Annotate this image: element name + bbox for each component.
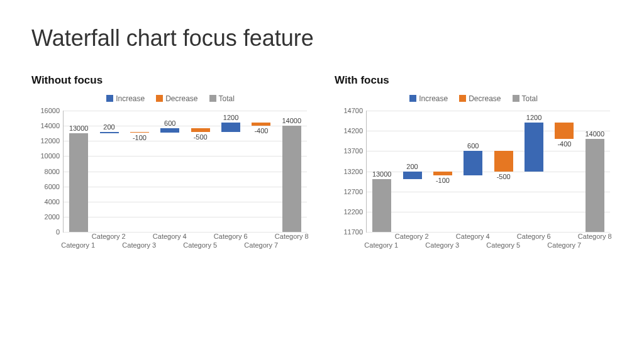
x-tick-label: Category 2 <box>395 233 429 240</box>
y-tick-label: 13200 <box>343 168 367 175</box>
bar-increase: 200 <box>100 132 119 133</box>
plot-area: 0200040006000800010000120001400016000130… <box>63 111 307 233</box>
y-tick-label: 16000 <box>40 107 64 114</box>
data-label: 13000 <box>69 124 89 133</box>
x-axis-labels: Category 1Category 2Category 3Category 4… <box>63 233 307 259</box>
legend-swatch-total <box>209 95 216 102</box>
x-tick-label: Category 2 <box>92 233 126 240</box>
y-tick-label: 8000 <box>45 168 64 175</box>
legend-label: Increase <box>419 94 448 103</box>
chart-without-focus: Without focus Increase Decrease Total 02… <box>31 74 309 259</box>
bar-decrease: -500 <box>494 151 513 171</box>
x-tick-label: Category 6 <box>214 233 248 240</box>
chart-with-focus: With focus Increase Decrease Total 11700… <box>335 74 613 259</box>
bar-decrease: -500 <box>191 128 210 132</box>
page-title: Waterfall chart focus feature <box>31 25 613 52</box>
x-tick-label: Category 8 <box>275 233 309 240</box>
legend-swatch-decrease <box>459 95 466 102</box>
data-label: -100 <box>133 133 147 141</box>
y-tick-label: 2000 <box>45 213 64 221</box>
x-tick-label: Category 5 <box>486 241 520 249</box>
legend: Increase Decrease Total <box>335 94 613 103</box>
y-tick-label: 10000 <box>40 152 64 160</box>
y-tick-label: 12000 <box>40 137 64 145</box>
grid-line <box>64 202 307 202</box>
grid-line <box>64 126 307 126</box>
chart-frame: 1170012200127001320013700142001470013000… <box>335 108 613 259</box>
grid-line <box>367 151 610 151</box>
legend-item-total: Total <box>513 94 538 103</box>
data-label: 600 <box>164 119 175 128</box>
bar-decrease: -100 <box>130 132 149 133</box>
data-label: 14000 <box>586 130 605 139</box>
grid-line <box>367 111 610 111</box>
bar-total: 14000 <box>586 139 604 232</box>
y-tick-label: 12200 <box>343 208 367 216</box>
bar-increase: 600 <box>464 151 482 175</box>
bar-total: 13000 <box>372 179 391 232</box>
y-tick-label: 12700 <box>343 188 367 195</box>
x-tick-label: Category 3 <box>425 241 459 249</box>
grid-line <box>64 111 307 111</box>
x-tick-label: Category 1 <box>364 241 398 249</box>
data-label: 1200 <box>526 114 541 123</box>
data-label: -500 <box>497 172 511 180</box>
chart-title: Without focus <box>31 74 309 87</box>
legend-label: Decrease <box>165 94 197 103</box>
x-tick-label: Category 8 <box>578 233 612 240</box>
legend-swatch-total <box>513 95 519 102</box>
y-tick-label: 6000 <box>45 183 64 190</box>
x-tick-label: Category 1 <box>61 241 95 249</box>
y-tick-label: 13700 <box>343 147 367 155</box>
y-tick-label: 11700 <box>343 228 367 236</box>
data-label: -400 <box>254 126 268 134</box>
y-tick-label: 14700 <box>343 107 367 114</box>
legend: Increase Decrease Total <box>31 94 309 103</box>
bar-increase: 200 <box>403 172 422 180</box>
data-label: 200 <box>406 163 418 172</box>
y-tick-label: 14200 <box>343 127 367 134</box>
bar-increase: 600 <box>160 128 179 133</box>
bar-total: 13000 <box>69 133 88 232</box>
grid-line <box>64 156 307 156</box>
data-label: 200 <box>103 123 114 132</box>
grid-line <box>64 217 307 217</box>
data-label: -100 <box>436 175 450 184</box>
bar-decrease: -100 <box>433 172 452 175</box>
y-tick-label: 4000 <box>45 198 64 206</box>
x-axis-labels: Category 1Category 2Category 3Category 4… <box>366 233 610 259</box>
x-tick-label: Category 4 <box>153 233 187 240</box>
bar-decrease: -400 <box>555 123 574 139</box>
x-tick-label: Category 7 <box>244 241 278 249</box>
legend-label: Decrease <box>469 94 501 103</box>
data-label: -400 <box>557 139 571 148</box>
grid-line <box>367 192 610 192</box>
legend-swatch-increase <box>106 95 113 102</box>
x-tick-label: Category 3 <box>122 241 156 249</box>
legend-swatch-increase <box>409 95 416 102</box>
data-label: 1200 <box>223 114 238 123</box>
grid-line <box>367 212 610 212</box>
bar-increase: 1200 <box>525 123 543 171</box>
y-tick-label: 14000 <box>40 122 64 129</box>
x-tick-label: Category 5 <box>183 241 217 249</box>
x-tick-label: Category 7 <box>547 241 581 249</box>
data-label: 14000 <box>282 117 302 126</box>
legend-item-decrease: Decrease <box>459 94 501 103</box>
data-label: 600 <box>467 142 479 151</box>
legend-label: Increase <box>116 94 145 103</box>
legend-item-increase: Increase <box>106 94 145 103</box>
chart-title: With focus <box>335 74 613 87</box>
data-label: 13000 <box>372 170 392 179</box>
legend-item-increase: Increase <box>409 94 448 103</box>
bar-increase: 1200 <box>221 123 240 131</box>
plot-area: 1170012200127001320013700142001470013000… <box>366 111 610 233</box>
legend-swatch-decrease <box>156 95 163 102</box>
grid-line <box>64 141 307 141</box>
charts-row: Without focus Increase Decrease Total 02… <box>31 74 613 259</box>
legend-label: Total <box>219 94 235 103</box>
legend-label: Total <box>522 94 538 103</box>
grid-line <box>64 187 307 187</box>
legend-item-decrease: Decrease <box>156 94 197 103</box>
legend-item-total: Total <box>209 94 235 103</box>
